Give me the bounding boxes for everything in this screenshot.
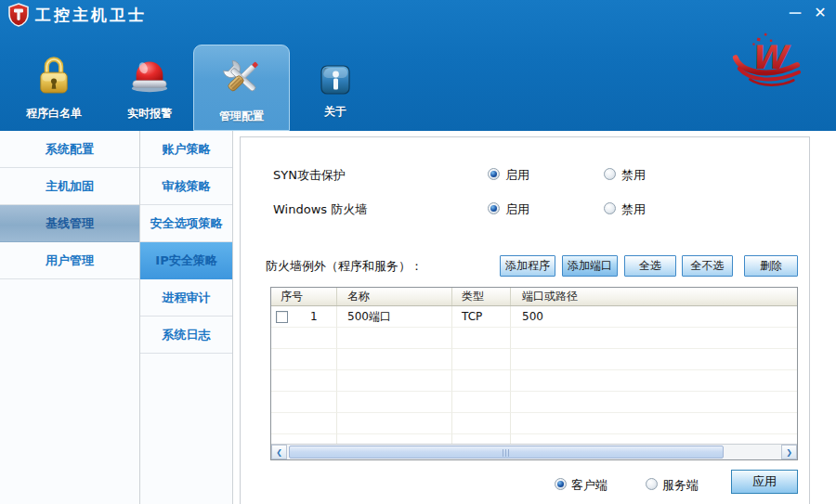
scroll-right-button[interactable]: ❯ — [781, 445, 797, 459]
toolbar-item-realtime-alarm[interactable]: 实时报警 — [108, 54, 191, 122]
server-label[interactable]: 服务端 — [662, 477, 699, 494]
sidebar-item-ip-security-policy[interactable]: IP安全策略 — [140, 242, 232, 279]
info-icon — [320, 81, 350, 98]
tools-icon — [218, 87, 265, 105]
scroll-left-button[interactable]: ❮ — [271, 445, 287, 459]
scrollbar-thumb[interactable] — [289, 446, 724, 459]
scrollbar-grip — [503, 449, 511, 457]
toolbar-item-label: 关于 — [303, 104, 368, 120]
firewall-enable-label[interactable]: 启用 — [505, 201, 529, 218]
table-body: 1 500端口 TCP 500 — [271, 306, 797, 445]
sidebar-item-system-config[interactable]: 系统配置 — [0, 131, 139, 168]
toolbar-item-about[interactable]: 关于 — [303, 65, 368, 120]
table-header: 序号 名称 类型 端口或路径 — [271, 288, 797, 306]
column-header-port-or-path: 端口或路径 — [511, 288, 797, 305]
shield-icon — [7, 3, 30, 27]
syn-enable-radio[interactable] — [488, 168, 500, 180]
apply-button[interactable]: 应用 — [731, 470, 798, 494]
toolbar-item-manage-config[interactable]: 管理配置 — [193, 45, 290, 131]
app-header: 工控主机卫士 — ✕ 程序白 — [0, 0, 836, 131]
sidebar-primary: 系统配置 主机加固 基线管理 用户管理 — [0, 131, 140, 504]
app-window: 工控主机卫士 — ✕ 程序白 — [0, 0, 836, 504]
content-panel: SYN攻击保护 启用 禁用 Windows 防火墙 启用 禁用 防火墙例外（程序… — [240, 136, 810, 504]
add-program-button[interactable]: 添加程序 — [500, 255, 555, 277]
server-radio[interactable] — [646, 478, 658, 490]
firewall-disable-radio[interactable] — [604, 202, 616, 214]
alarm-icon — [129, 81, 170, 98]
firewall-exceptions-label: 防火墙例外（程序和服务）： — [266, 258, 423, 275]
sidebar-item-baseline-management[interactable]: 基线管理 — [0, 205, 139, 242]
row-no: 1 — [310, 306, 318, 327]
toolbar-item-label: 程序白名单 — [9, 106, 98, 122]
sidebar-item-user-management[interactable]: 用户管理 — [0, 242, 139, 279]
client-label[interactable]: 客户端 — [571, 477, 607, 494]
sidebar-item-security-options-policy[interactable]: 安全选项策略 — [140, 205, 232, 242]
row-type: TCP — [452, 306, 511, 328]
syn-protection-label: SYN攻击保护 — [273, 167, 346, 184]
sidebar-item-host-hardening[interactable]: 主机加固 — [0, 168, 139, 205]
column-header-no: 序号 — [271, 288, 337, 305]
sidebar-item-system-log[interactable]: 系统日志 — [140, 317, 232, 354]
empty-row — [271, 392, 797, 413]
toolbar-item-program-whitelist[interactable]: 程序白名单 — [9, 54, 98, 122]
sidebar-secondary: 账户策略 审核策略 安全选项策略 IP安全策略 进程审计 系统日志 — [140, 131, 233, 504]
lock-icon — [36, 81, 72, 98]
syn-enable-label[interactable]: 启用 — [505, 167, 529, 184]
horizontal-scrollbar[interactable]: ❮ ❯ — [271, 444, 797, 459]
toolbar-item-label: 管理配置 — [194, 109, 289, 124]
sidebar-item-process-audit[interactable]: 进程审计 — [140, 279, 232, 317]
row-name: 500端口 — [337, 306, 452, 328]
firewall-enable-radio[interactable] — [488, 202, 500, 214]
client-radio[interactable] — [555, 478, 567, 490]
firewall-disable-label[interactable]: 禁用 — [621, 201, 646, 218]
sidebar-item-account-policy[interactable]: 账户策略 — [140, 131, 232, 168]
select-all-button[interactable]: 全选 — [624, 255, 676, 277]
brand-logo-w: W — [728, 30, 804, 97]
syn-disable-radio[interactable] — [604, 168, 616, 180]
deselect-all-button[interactable]: 全不选 — [682, 255, 733, 277]
firewall-exceptions-table: 序号 名称 类型 端口或路径 1 500端口 TCP 500 — [270, 287, 798, 460]
row-checkbox[interactable] — [276, 311, 288, 323]
table-row[interactable]: 1 500端口 TCP 500 — [271, 306, 797, 328]
empty-row — [271, 370, 797, 392]
windows-firewall-label: Windows 防火墙 — [273, 201, 367, 218]
app-title: 工控主机卫士 — [35, 5, 147, 26]
empty-row — [271, 328, 797, 349]
empty-row — [271, 413, 797, 434]
empty-row — [271, 349, 797, 370]
syn-disable-label[interactable]: 禁用 — [621, 167, 646, 184]
delete-button[interactable]: 删除 — [744, 255, 798, 277]
toolbar-item-label: 实时报警 — [108, 106, 191, 122]
sidebar-item-audit-policy[interactable]: 审核策略 — [140, 168, 232, 205]
close-button[interactable]: ✕ — [808, 0, 832, 24]
add-port-button[interactable]: 添加端口 — [562, 255, 618, 277]
minimize-button[interactable]: — — [785, 0, 805, 24]
column-header-name: 名称 — [337, 288, 452, 305]
row-port-or-path: 500 — [511, 306, 797, 328]
column-header-type: 类型 — [452, 288, 511, 305]
